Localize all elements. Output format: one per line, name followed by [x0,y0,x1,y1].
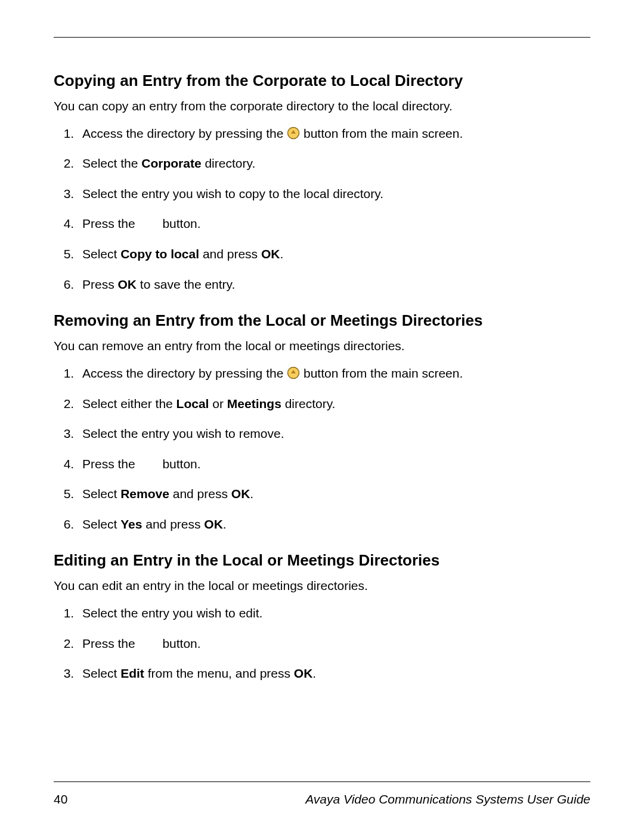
directory-icon [287,126,300,140]
bottom-rule [54,781,590,782]
steps-list: Access the directory by pressing the but… [54,364,590,534]
step-item: Select Copy to local and press OK. [78,245,590,264]
step-item: Access the directory by pressing the but… [78,124,590,144]
step-text: button. [159,457,201,471]
step-text: Select [82,666,120,680]
step-text: button from the main screen. [300,126,463,140]
publication-title: Avaya Video Communications Systems User … [305,792,590,807]
step-item: Select either the Local or Meetings dire… [78,394,590,414]
step-text: to save the entry. [137,277,235,291]
steps-list: Select the entry you wish to edit. Press… [54,604,590,684]
step-text: Access the directory by pressing the [82,366,287,380]
step-bold: Corporate [141,156,201,170]
step-bold: OK [204,517,223,531]
section-heading: Editing an Entry in the Local or Meeting… [54,551,590,570]
step-text: directory. [281,397,336,410]
step-text: Press the [82,217,139,230]
step-text: and press [199,247,261,261]
step-item: Press the button. [78,455,590,474]
step-item: Press the button. [78,634,590,654]
step-bold: OK [231,487,250,500]
page-number: 40 [54,792,67,807]
step-bold: Remove [120,487,169,500]
step-text: button. [159,637,201,650]
step-text: Select either the [82,397,177,410]
step-text: Select [82,487,120,500]
step-item: Select Edit from the menu, and press OK. [78,664,590,684]
step-item: Select the entry you wish to edit. [78,604,590,623]
step-text: Select the entry you wish to edit. [82,606,262,620]
step-text: . [280,247,283,261]
step-text: Press the [82,457,139,471]
step-text: Select [82,517,120,531]
document-page: Copying an Entry from the Corporate to L… [0,0,644,828]
step-text: Select [82,247,120,261]
top-rule [54,37,590,38]
step-bold: Yes [120,517,142,531]
step-item: Press the button. [78,214,590,234]
step-text: . [223,517,227,531]
step-text: Press the [82,637,139,650]
section-intro: You can edit an entry in the local or me… [54,577,590,594]
step-text: button. [159,217,201,230]
step-item: Select the entry you wish to copy to the… [78,184,590,204]
step-item: Press OK to save the entry. [78,275,590,295]
directory-icon [287,366,300,379]
step-bold: Local [177,397,209,410]
step-text: or [209,397,227,410]
section-intro: You can remove an entry from the local o… [54,338,590,354]
step-bold: Edit [120,666,144,680]
step-text: . [250,487,253,500]
step-text: Access the directory by pressing the [82,126,287,140]
step-text: Select the entry you wish to copy to the… [82,187,383,200]
step-bold: OK [118,277,137,291]
step-text: and press [169,487,231,500]
step-bold: Copy to local [120,247,199,261]
step-text: directory. [202,156,256,170]
step-text: button from the main screen. [300,366,463,380]
step-bold: Meetings [227,397,281,410]
step-item: Select Yes and press OK. [78,515,590,535]
step-text: Select the entry you wish to remove. [82,427,284,440]
step-text: Select the [82,156,141,170]
steps-list: Access the directory by pressing the but… [54,124,590,294]
step-item: Select Remove and press OK. [78,484,590,504]
step-item: Select the Corporate directory. [78,154,590,174]
page-footer: 40 Avaya Video Communications Systems Us… [54,792,590,807]
section-heading: Copying an Entry from the Corporate to L… [54,71,590,91]
section-heading: Removing an Entry from the Local or Meet… [54,311,590,330]
step-item: Select the entry you wish to remove. [78,424,590,444]
step-text: from the menu, and press [144,666,294,680]
step-text: Press [82,277,118,291]
step-item: Access the directory by pressing the but… [78,364,590,384]
section-intro: You can copy an entry from the corporate… [54,98,590,115]
step-bold: OK [294,666,313,680]
step-text: . [312,666,316,680]
step-bold: OK [261,247,280,261]
step-text: and press [142,517,204,531]
